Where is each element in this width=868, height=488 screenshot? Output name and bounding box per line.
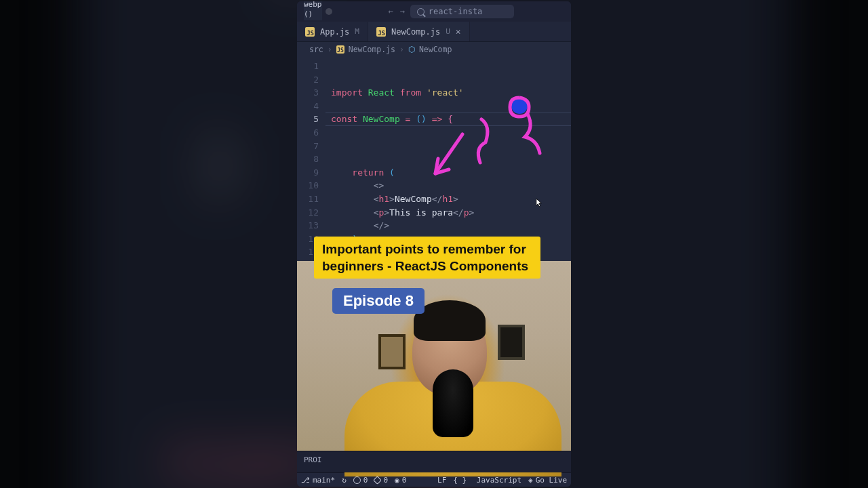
tab-status: M: [355, 27, 359, 36]
episode-badge: Episode 8: [332, 288, 425, 314]
search-icon: [417, 8, 425, 16]
errors-count[interactable]: 0: [353, 476, 368, 485]
code-editor[interactable]: 1234 5 6789 10111213 1415 import React f…: [297, 57, 571, 261]
radio-icon: ◉: [395, 476, 399, 485]
code-area[interactable]: import React from 'react' const NewComp …: [326, 57, 571, 261]
js-file-icon: JS: [336, 45, 344, 54]
warnings-count[interactable]: 0: [374, 476, 388, 485]
breadcrumb-part[interactable]: NewComp: [419, 45, 452, 54]
command-search[interactable]: react-insta: [410, 5, 514, 18]
breadcrumb[interactable]: src › JS NewComp.js › ⬡ NewComp: [297, 42, 571, 57]
branch-icon: [301, 476, 310, 485]
webcam-overlay: Important points to remember for beginne…: [297, 261, 571, 451]
broadcast-icon: ◈: [528, 476, 533, 485]
editor-window: ← → react-insta JS App.js M JS NewComp.j…: [297, 1, 571, 487]
close-icon[interactable]: ×: [456, 26, 461, 37]
js-file-icon: JS: [376, 27, 386, 37]
tab-label: NewComp.js: [391, 27, 440, 37]
error-icon: [353, 476, 361, 484]
tab-label: App.js: [320, 27, 349, 37]
tab-newcomp-js[interactable]: JS NewComp.js U ×: [368, 22, 470, 41]
nav-arrows[interactable]: ← →: [388, 7, 404, 16]
js-file-icon: JS: [305, 27, 315, 37]
nav-back-icon[interactable]: ←: [388, 7, 393, 16]
git-branch[interactable]: main*: [301, 476, 335, 485]
tab-status: U: [446, 27, 450, 36]
line-gutter: 1234 5 6789 10111213 1415: [297, 57, 326, 261]
warning-icon: [374, 476, 382, 485]
line-ending[interactable]: LF: [437, 476, 446, 485]
sync-button[interactable]: ↻: [342, 476, 347, 485]
title-banner: Important points to remember for beginne…: [314, 237, 540, 279]
nav-forward-icon[interactable]: →: [400, 7, 405, 16]
search-placeholder: react-insta: [429, 7, 482, 16]
terminal-output: Note To c webp (): [304, 1, 322, 20]
titlebar: ← → react-insta: [297, 1, 571, 22]
radio-tower[interactable]: ◉ 0: [395, 476, 406, 485]
react-component-icon: ⬡: [408, 45, 415, 54]
panel-tab-problems[interactable]: PROI: [304, 455, 322, 464]
panel-tabs[interactable]: PROI: [297, 451, 571, 472]
tab-app-js[interactable]: JS App.js M: [297, 22, 368, 41]
language-mode[interactable]: { } JavaScript: [453, 476, 521, 485]
breadcrumb-part[interactable]: src: [309, 45, 323, 54]
breadcrumb-part[interactable]: NewComp.js: [349, 45, 395, 54]
tab-bar: JS App.js M JS NewComp.js U ×: [297, 22, 571, 42]
go-live-button[interactable]: ◈ Go Live: [528, 476, 567, 485]
